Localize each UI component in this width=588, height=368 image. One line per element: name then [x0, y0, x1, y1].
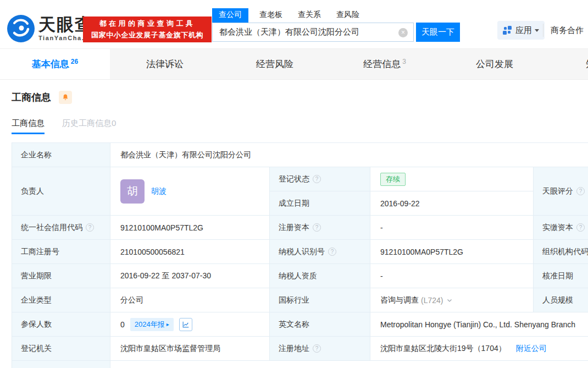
apps-label: 应用: [515, 25, 532, 36]
uscc-label: 统一社会信用代码 ?: [12, 216, 110, 240]
address-label: 注册地址 ?: [270, 337, 370, 361]
reg-authority-label: 登记机关: [12, 337, 110, 361]
paid-capital-label: 实缴资本 ?: [534, 216, 588, 240]
section-title: 工商信息: [12, 91, 51, 104]
help-icon[interactable]: ?: [328, 248, 336, 256]
search-tab-boss[interactable]: 查老板: [259, 8, 282, 23]
company-type-label: 企业类型: [12, 288, 110, 312]
legal-rep-name-link[interactable]: 胡波: [151, 186, 167, 196]
taxpayer-qual-label: 纳税人资质: [270, 264, 370, 288]
search-tab-relation[interactable]: 查关系: [298, 8, 321, 23]
taxpayer-qual-value: -: [370, 264, 534, 288]
insured-count: 0: [120, 320, 125, 329]
trend-chart-icon: [182, 321, 190, 328]
search-tabs: 查公司 查老板 查关系 查风险: [212, 8, 460, 23]
reg-capital-value: -: [370, 216, 534, 240]
reg-no-value: 210100500056821: [110, 240, 270, 264]
apps-grid-icon: [503, 26, 512, 35]
nav-tab-operating-risk[interactable]: 经营风险: [220, 49, 330, 79]
est-date-value: 2016-09-22: [370, 191, 534, 216]
industry-code: (L724): [421, 296, 443, 305]
insured-value: 0 2024年报 ▸: [110, 312, 270, 337]
insured-trend-button[interactable]: [179, 318, 192, 331]
legal-rep-value: 胡 胡波: [110, 167, 270, 216]
help-icon[interactable]: ?: [313, 344, 321, 353]
clear-search-icon[interactable]: ×: [398, 28, 408, 37]
est-date-label: 成立日期: [270, 191, 370, 216]
subtab-business-info[interactable]: 工商信息: [12, 118, 45, 134]
english-name-value: Metropolitan Hongye (Tianjin) Co., Ltd. …: [370, 312, 588, 337]
search-button[interactable]: 天眼一下: [416, 23, 460, 42]
nav-tab-basic-info[interactable]: 基本信息 26: [0, 49, 110, 79]
insured-label: 参保人数: [12, 312, 110, 337]
search-input[interactable]: [213, 23, 413, 41]
business-info-subtabs: 工商信息 历史工商信息0: [12, 118, 588, 134]
tianyancha-logo-icon: [7, 14, 35, 43]
reg-no-label: 工商注册号: [12, 240, 110, 264]
help-icon[interactable]: ?: [576, 187, 585, 195]
industry-value: 咨询与调查 (L724): [370, 288, 534, 312]
nav-tab-operating-info-count: 3: [402, 58, 406, 65]
help-icon[interactable]: ?: [313, 175, 321, 183]
search-tab-risk[interactable]: 查风险: [336, 8, 359, 23]
company-nav-tabs: 基本信息 26 法律诉讼 经营风险 经营信息 3 公司发展 知识产权: [0, 48, 588, 80]
chevron-down-icon[interactable]: [446, 297, 453, 304]
caret-down-icon: [535, 29, 539, 32]
staff-size-label: 人员规模: [534, 288, 588, 312]
company-name-label: 企业名称: [12, 143, 110, 167]
help-icon[interactable]: ?: [86, 223, 94, 232]
search-module: 查公司 查老板 查关系 查风险 × 天眼一下: [212, 8, 460, 42]
nav-tab-basic-info-count: 26: [71, 58, 78, 65]
business-info-table: 企业名称 都会洪业（天津）有限公司沈阳分公司 负责人 胡 胡波 登记状态 ? 存…: [12, 142, 588, 368]
company-type-value: 分公司: [110, 288, 270, 312]
header-divider: [543, 24, 543, 37]
taxpayer-id-value: 91210100MA0P57TL2G: [370, 240, 534, 264]
site-header: 天眼查 TianYanCha.com 都在用的商业查询工具 国家中小企业发展子基…: [0, 0, 588, 48]
subtab-history-business-info[interactable]: 历史工商信息0: [62, 118, 116, 134]
reg-status-value: 存续: [370, 167, 534, 191]
bell-icon: [62, 94, 69, 101]
tianyan-score-label: 天眼评分 ?: [534, 167, 588, 216]
help-icon[interactable]: ?: [313, 223, 321, 232]
company-name-value: 都会洪业（天津）有限公司沈阳分公司: [110, 143, 588, 167]
annual-report-arrow-icon: ▸: [167, 321, 169, 327]
status-badge: 存续: [380, 173, 406, 186]
uscc-value: 91210100MA0P57TL2G: [110, 216, 270, 240]
approval-date-label: 核准日期: [534, 264, 588, 288]
promo-banner-line2: 国家中小企业发展子基金旗下机构: [87, 30, 207, 40]
search-box: ×: [212, 23, 414, 42]
annual-report-pill[interactable]: 2024年报 ▸: [130, 318, 174, 331]
legal-rep-avatar[interactable]: 胡: [120, 179, 145, 204]
industry-label: 国标行业: [270, 288, 370, 312]
nav-tab-intellectual-property[interactable]: 知识产权: [550, 49, 588, 79]
reg-capital-label: 注册资本 ?: [270, 216, 370, 240]
nav-tab-legal[interactable]: 法律诉讼: [110, 49, 220, 79]
promo-banner: 都在用的商业查询工具 国家中小企业发展子基金旗下机构: [83, 17, 212, 42]
business-scope-value: 工程咨询，投资咨询，企业管理及商务信息咨询，公关策划，自有房产出租，商业设施租赁…: [110, 361, 588, 368]
biz-term-label: 营业期限: [12, 264, 110, 288]
search-tab-company[interactable]: 查公司: [212, 8, 248, 23]
promo-banner-line1: 都在用的商业查询工具: [87, 19, 207, 29]
org-code-label: 组织机构代码: [534, 240, 588, 264]
nav-tab-operating-info[interactable]: 经营信息 3: [330, 49, 440, 79]
apps-menu-button[interactable]: 应用: [497, 21, 545, 40]
business-cooperation-link[interactable]: 商务合作: [551, 25, 584, 36]
reg-authority-value: 沈阳市皇姑区市场监督管理局: [110, 337, 270, 361]
english-name-label: 英文名称: [270, 312, 370, 337]
taxpayer-id-label: 纳税人识别号 ?: [270, 240, 370, 264]
address-value: 沈阳市皇姑区北陵大街19号（1704） 附近公司: [370, 337, 588, 361]
reg-status-label: 登记状态 ?: [270, 167, 370, 191]
biz-term-value: 2016-09-22 至 2037-07-30: [110, 264, 270, 288]
help-icon[interactable]: ?: [576, 223, 585, 232]
business-scope-label-cell: [12, 361, 110, 368]
legal-rep-label: 负责人: [12, 167, 110, 216]
nav-tab-company-development[interactable]: 公司发展: [440, 49, 550, 79]
subscribe-bell-button[interactable]: [59, 91, 72, 104]
nearby-companies-link[interactable]: 附近公司: [516, 344, 547, 354]
